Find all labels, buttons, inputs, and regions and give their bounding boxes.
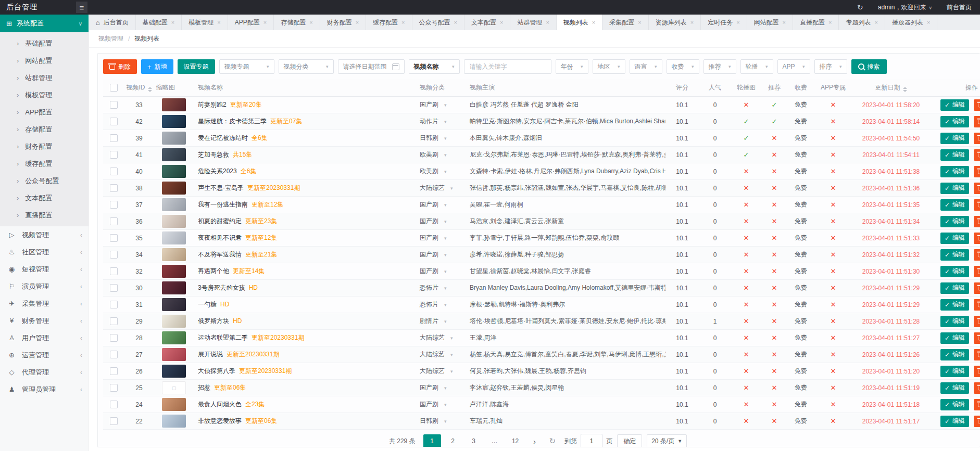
search-field-select[interactable]: 视频名称▾ xyxy=(409,59,460,74)
row-category-select[interactable]: 国产剧▾ xyxy=(420,250,447,259)
sidebar-item-用户管理[interactable]: ♙用户管理‹ xyxy=(0,329,89,346)
delete-button[interactable]: 删除 xyxy=(103,59,137,74)
row-delete-button[interactable]: 删除 xyxy=(974,416,980,427)
row-category-select[interactable]: 大陆综艺▾ xyxy=(420,350,453,359)
row-category-select[interactable]: 国产剧▾ xyxy=(420,267,447,276)
tab-视频列表[interactable]: 视频列表× xyxy=(557,15,602,30)
row-checkbox[interactable] xyxy=(110,101,118,109)
sidebar-item-社区管理[interactable]: ♨社区管理‹ xyxy=(0,243,89,261)
close-icon[interactable]: × xyxy=(874,19,877,25)
close-icon[interactable]: × xyxy=(356,19,359,25)
close-icon[interactable]: × xyxy=(263,19,267,25)
row-category-select[interactable]: 大陆综艺▾ xyxy=(420,184,453,192)
filter-select-地区[interactable]: 地区▾ xyxy=(593,59,625,74)
close-icon[interactable]: × xyxy=(927,19,930,25)
sidebar-subitem-存储配置[interactable]: ›存储配置 xyxy=(0,121,89,138)
tab-存储配置[interactable]: 存储配置× xyxy=(274,15,320,30)
row-delete-button[interactable]: 删除 xyxy=(974,249,980,261)
row-delete-button[interactable]: 删除 xyxy=(974,149,980,161)
row-category-select[interactable]: 恐怖片▾ xyxy=(420,300,447,309)
row-checkbox[interactable] xyxy=(110,151,118,159)
row-delete-button[interactable]: 删除 xyxy=(974,199,980,211)
row-checkbox[interactable] xyxy=(110,401,118,408)
row-delete-button[interactable]: 删除 xyxy=(974,349,980,360)
sidebar-subitem-财务配置[interactable]: ›财务配置 xyxy=(0,138,89,155)
row-checkbox[interactable] xyxy=(110,234,118,242)
goto-page-input[interactable] xyxy=(581,434,602,447)
edit-button[interactable]: ✓编辑 xyxy=(940,282,969,294)
edit-button[interactable]: ✓编辑 xyxy=(940,316,969,327)
row-category-select[interactable]: 日韩剧▾ xyxy=(420,134,447,143)
edit-button[interactable]: ✓编辑 xyxy=(940,416,969,427)
row-checkbox[interactable] xyxy=(110,351,118,358)
page-button-12[interactable]: 12 xyxy=(507,434,524,447)
row-category-select[interactable]: 恐怖片▾ xyxy=(420,284,447,292)
tab-公众号配置[interactable]: 公众号配置× xyxy=(412,15,464,30)
tab-播放器列表[interactable]: 播放器列表× xyxy=(885,15,937,30)
row-delete-button[interactable]: 删除 xyxy=(974,332,980,344)
row-delete-button[interactable]: 删除 xyxy=(974,366,980,377)
close-icon[interactable]: × xyxy=(592,19,595,25)
filter-select-排序[interactable]: 排序▾ xyxy=(814,59,847,74)
tab-模板管理[interactable]: 模板管理× xyxy=(182,15,228,30)
sidebar-item-演员管理[interactable]: ⚐演员管理‹ xyxy=(0,278,89,295)
row-delete-button[interactable]: 删除 xyxy=(974,282,980,294)
page-button-1[interactable]: 1 xyxy=(423,434,441,447)
edit-button[interactable]: ✓编辑 xyxy=(940,382,969,394)
page-button-3[interactable]: 3 xyxy=(465,434,483,447)
category-select[interactable]: 视频分类▾ xyxy=(279,59,334,74)
sidebar-subitem-文本配置[interactable]: ›文本配置 xyxy=(0,189,89,207)
date-range-input[interactable]: 请选择日期范围 xyxy=(338,59,405,74)
filter-select-推荐[interactable]: 推荐▾ xyxy=(703,59,736,74)
row-checkbox[interactable] xyxy=(110,417,118,425)
user-menu[interactable]: admin，欢迎回来∨ xyxy=(878,3,932,12)
row-delete-button[interactable]: 删除 xyxy=(974,316,980,327)
sidebar-item-采集管理[interactable]: ✈采集管理‹ xyxy=(0,295,89,312)
row-checkbox[interactable] xyxy=(110,301,118,308)
edit-button[interactable]: ✓编辑 xyxy=(940,199,969,211)
tab-文本配置[interactable]: 文本配置× xyxy=(464,15,510,30)
row-category-select[interactable]: 欧美剧▾ xyxy=(420,150,447,159)
row-delete-button[interactable]: 删除 xyxy=(974,99,980,111)
search-button[interactable]: 搜索 xyxy=(851,59,887,74)
sidebar-item-短视管理[interactable]: ◉短视管理‹ xyxy=(0,261,89,278)
tab-基础配置[interactable]: 基础配置× xyxy=(136,15,182,30)
row-category-select[interactable]: 国产剧▾ xyxy=(420,200,447,209)
close-icon[interactable]: × xyxy=(638,19,641,25)
row-category-select[interactable]: 大陆综艺▾ xyxy=(420,333,453,342)
row-delete-button[interactable]: 删除 xyxy=(974,266,980,277)
close-icon[interactable]: × xyxy=(828,19,832,25)
row-checkbox[interactable] xyxy=(110,118,118,125)
row-delete-button[interactable]: 删除 xyxy=(974,166,980,177)
sidebar-item-财务管理[interactable]: ¥财务管理‹ xyxy=(0,312,89,329)
tab-资源库列表[interactable]: 资源库列表× xyxy=(649,15,701,30)
keyword-input[interactable] xyxy=(464,59,551,74)
row-category-select[interactable]: 国产剧▾ xyxy=(420,217,447,226)
row-category-select[interactable]: 国产剧▾ xyxy=(420,400,447,409)
tab-网站配置[interactable]: 网站配置× xyxy=(747,15,793,30)
sidebar-subitem-缓存配置[interactable]: ›缓存配置 xyxy=(0,155,89,172)
close-icon[interactable]: × xyxy=(401,19,405,25)
sidebar-fold-icon[interactable]: ≡ xyxy=(76,2,87,13)
row-delete-button[interactable]: 删除 xyxy=(974,133,980,144)
row-checkbox[interactable] xyxy=(110,167,118,175)
next-page-button[interactable]: › xyxy=(529,434,541,447)
row-category-select[interactable]: 欧美剧▾ xyxy=(420,167,447,176)
edit-button[interactable]: ✓编辑 xyxy=(940,299,969,311)
set-topic-button[interactable]: 设置专题 xyxy=(178,59,215,74)
tab-专题列表[interactable]: 专题列表× xyxy=(839,15,885,30)
sidebar-subitem-模板管理[interactable]: ›模板管理 xyxy=(0,86,89,104)
close-icon[interactable]: × xyxy=(309,19,312,25)
row-delete-button[interactable]: 删除 xyxy=(974,183,980,194)
tab-采集配置[interactable]: 采集配置× xyxy=(602,15,648,30)
topic-select[interactable]: 视频专题▾ xyxy=(219,59,274,74)
tab-APP配置[interactable]: APP配置× xyxy=(228,15,274,30)
filter-select-APP[interactable]: APP▾ xyxy=(777,59,810,74)
edit-button[interactable]: ✓编辑 xyxy=(940,332,969,344)
close-icon[interactable]: × xyxy=(546,19,549,25)
row-checkbox[interactable] xyxy=(110,317,118,325)
close-icon[interactable]: × xyxy=(500,19,503,25)
row-delete-button[interactable]: 删除 xyxy=(974,116,980,127)
sort-icon[interactable] xyxy=(148,87,152,92)
edit-button[interactable]: ✓编辑 xyxy=(940,366,969,377)
